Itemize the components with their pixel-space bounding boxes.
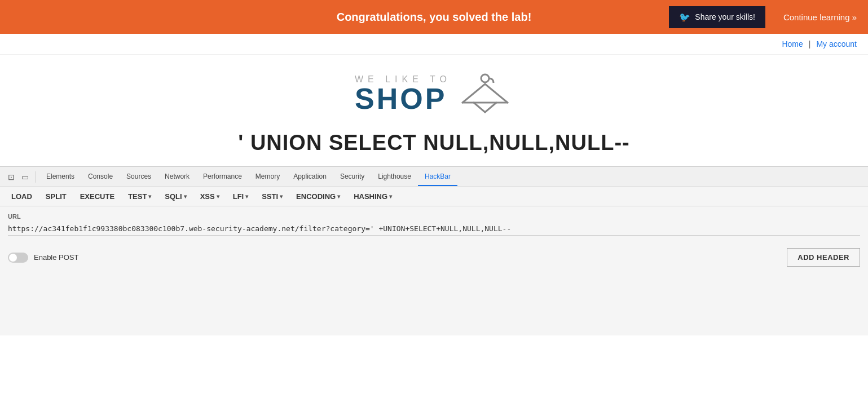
hackbar-test-arrow: ▾ [148, 193, 151, 200]
nav-home-link[interactable]: Home [782, 39, 803, 48]
toggle-section: Enable POST [8, 253, 79, 263]
tab-memory[interactable]: Memory [249, 168, 287, 186]
logo-section: WE LIKE TO SHOP [0, 55, 868, 122]
hackbar-ssti-label: SSTI [262, 192, 278, 201]
svg-line-4 [474, 103, 485, 112]
hackbar-execute-button[interactable]: EXECUTE [74, 189, 120, 204]
add-header-button[interactable]: ADD HEADER [787, 248, 860, 267]
share-button[interactable]: 🐦 Share your skills! [669, 6, 765, 28]
tab-elements[interactable]: Elements [39, 168, 81, 186]
devtools-icon-separator [36, 171, 36, 183]
enable-post-toggle[interactable] [8, 253, 28, 263]
tab-sources[interactable]: Sources [120, 168, 158, 186]
hackbar-split-button[interactable]: SPLIT [40, 189, 72, 204]
svg-line-3 [485, 84, 508, 103]
hackbar-xss-label: XSS [200, 192, 215, 201]
tab-security[interactable]: Security [333, 168, 371, 186]
hackbar-ssti-dropdown[interactable]: SSTI ▾ [256, 189, 288, 204]
hackbar-test-dropdown[interactable]: TEST ▾ [122, 189, 157, 204]
devtools-tabs-bar: ⊡ ▭ Elements Console Sources Network Per… [0, 167, 868, 187]
url-label: URL [8, 213, 860, 220]
hackbar-hashing-label: HASHING [354, 192, 387, 201]
devtools-panel: ⊡ ▭ Elements Console Sources Network Per… [0, 166, 868, 335]
logo-text-wrap: WE LIKE TO SHOP [355, 75, 451, 113]
notification-banner: Congratulations, you solved the lab! 🐦 S… [0, 0, 868, 34]
hackbar-encoding-arrow: ▾ [337, 193, 340, 200]
tab-network[interactable]: Network [158, 168, 196, 186]
twitter-icon: 🐦 [679, 12, 690, 23]
share-button-label: Share your skills! [695, 12, 755, 21]
tab-application[interactable]: Application [287, 168, 333, 186]
hackbar-xss-arrow: ▾ [217, 193, 219, 200]
devtools-device-icon[interactable]: ▭ [18, 170, 32, 184]
hanger-icon [457, 72, 513, 117]
hackbar-xss-dropdown[interactable]: XSS ▾ [195, 189, 225, 204]
hackbar-lfi-dropdown[interactable]: LFI ▾ [227, 189, 254, 204]
tab-hackbar[interactable]: HackBar [418, 168, 457, 186]
hackbar-lfi-label: LFI [233, 192, 244, 201]
enable-post-label: Enable POST [34, 253, 79, 262]
hackbar-hashing-arrow: ▾ [389, 193, 392, 200]
nav-account-link[interactable]: My account [816, 39, 857, 48]
tab-console[interactable]: Console [81, 168, 120, 186]
hanger-icon-wrap [457, 72, 513, 117]
tab-performance[interactable]: Performance [196, 168, 249, 186]
hackbar-ssti-arrow: ▾ [280, 193, 283, 200]
hackbar-hashing-dropdown[interactable]: HASHING ▾ [348, 189, 398, 204]
banner-message: Congratulations, you solved the lab! [293, 11, 575, 24]
enable-post-row: Enable POST ADD HEADER [0, 239, 868, 276]
hackbar-lfi-arrow: ▾ [245, 193, 248, 200]
devtools-inspect-icon[interactable]: ⊡ [5, 170, 18, 184]
url-input[interactable] [8, 222, 860, 236]
nav-bar: Home | My account [0, 34, 868, 55]
url-section: URL [0, 206, 868, 239]
hackbar-encoding-label: ENCODING [296, 192, 336, 201]
hackbar-toolbar: LOAD SPLIT EXECUTE TEST ▾ SQLI ▾ XSS ▾ L… [0, 187, 868, 206]
hackbar-test-label: TEST [128, 192, 147, 201]
hackbar-sqli-arrow: ▾ [184, 193, 187, 200]
hackbar-encoding-dropdown[interactable]: ENCODING ▾ [290, 189, 346, 204]
logo-shop-text: SHOP [355, 84, 451, 113]
hackbar-load-button[interactable]: LOAD [6, 189, 38, 204]
sql-injection-display: ' UNION SELECT NULL,NULL,NULL-- [0, 122, 868, 166]
nav-separator: | [809, 39, 811, 48]
hackbar-sqli-dropdown[interactable]: SQLI ▾ [159, 189, 192, 204]
svg-point-0 [481, 74, 489, 82]
svg-line-5 [485, 103, 496, 112]
continue-learning-link[interactable]: Continue learning » [783, 12, 857, 22]
svg-line-2 [462, 84, 485, 103]
hackbar-sqli-label: SQLI [165, 192, 182, 201]
tab-lighthouse[interactable]: Lighthouse [371, 168, 418, 186]
